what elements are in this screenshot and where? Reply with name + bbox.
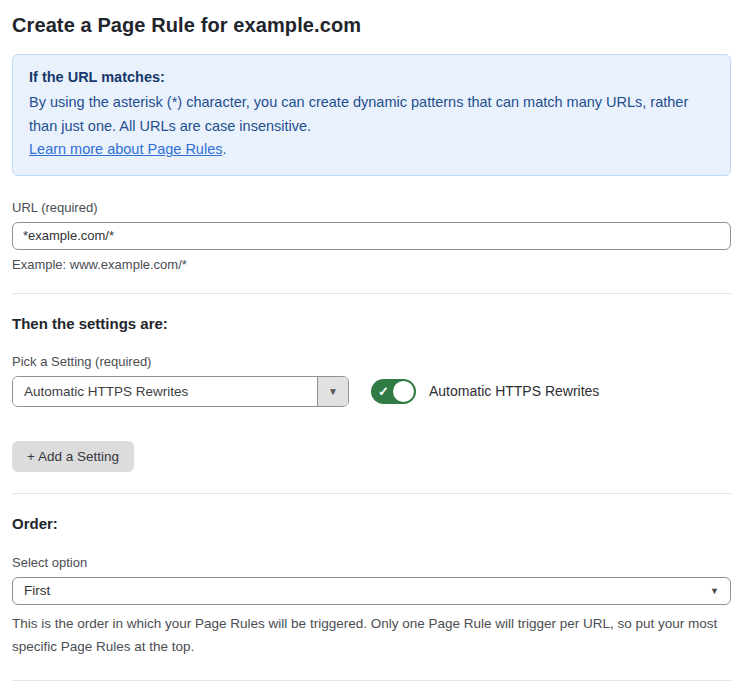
chevron-down-icon: ▼ — [328, 386, 338, 397]
pick-setting-label: Pick a Setting (required) — [12, 354, 731, 369]
toggle-knob — [393, 381, 414, 402]
order-select-label: Select option — [12, 555, 731, 570]
url-field-label: URL (required) — [12, 200, 731, 215]
settings-section-heading: Then the settings are: — [12, 315, 731, 332]
info-box-heading: If the URL matches: — [29, 66, 714, 89]
setting-dropdown[interactable]: Automatic HTTPS Rewrites ▼ — [12, 376, 349, 407]
https-rewrites-toggle[interactable]: ✓ — [371, 379, 416, 404]
info-box-link-line: Learn more about Page Rules. — [29, 138, 714, 161]
url-input[interactable] — [12, 222, 731, 250]
order-select-wrap: First ▼ — [12, 577, 731, 605]
setting-dropdown-button[interactable]: ▼ — [317, 377, 348, 406]
order-help-text: This is the order in which your Page Rul… — [12, 613, 727, 659]
url-example-text: Example: www.example.com/* — [12, 257, 731, 272]
info-box-body: By using the asterisk (*) character, you… — [29, 91, 714, 138]
link-period: . — [222, 141, 226, 157]
setting-toggle-group: ✓ Automatic HTTPS Rewrites — [371, 379, 599, 404]
create-page-rule-form: Create a Page Rule for example.com If th… — [0, 0, 743, 686]
check-icon: ✓ — [378, 383, 389, 400]
setting-row: Automatic HTTPS Rewrites ▼ ✓ Automatic H… — [12, 376, 731, 407]
learn-more-link[interactable]: Learn more about Page Rules — [29, 141, 222, 157]
divider — [12, 293, 731, 294]
url-matches-info-box: If the URL matches: By using the asteris… — [12, 54, 731, 176]
divider — [12, 680, 731, 681]
order-select[interactable]: First — [12, 577, 731, 605]
order-section-heading: Order: — [12, 515, 731, 532]
toggle-label: Automatic HTTPS Rewrites — [429, 383, 599, 399]
divider — [12, 493, 731, 494]
add-setting-button[interactable]: + Add a Setting — [12, 441, 134, 472]
setting-dropdown-value[interactable]: Automatic HTTPS Rewrites — [13, 377, 317, 406]
page-title: Create a Page Rule for example.com — [12, 14, 731, 37]
